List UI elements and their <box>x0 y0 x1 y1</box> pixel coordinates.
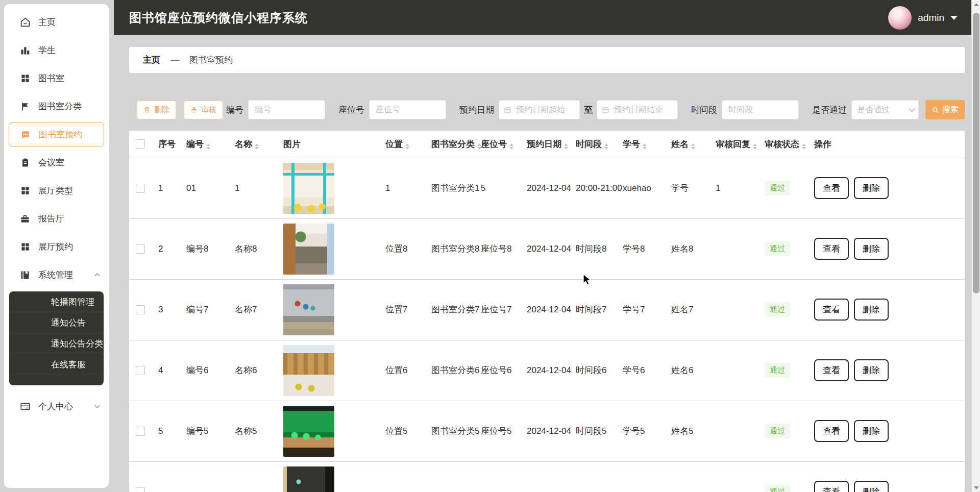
time-filter-input[interactable] <box>722 100 799 119</box>
cell-timeslot <box>571 461 618 492</box>
delete-button[interactable]: 删除 <box>137 101 176 119</box>
sidebar-item-meeting-room[interactable]: 会议室 <box>4 149 109 177</box>
submenu-item-notice[interactable]: 通知公告 <box>9 312 104 333</box>
view-button[interactable]: 查看 <box>814 299 849 321</box>
delete-button[interactable]: 删除 <box>854 420 889 442</box>
sort-icon[interactable] <box>564 143 568 150</box>
delete-button[interactable]: 删除 <box>854 299 889 321</box>
date-end-input[interactable] <box>597 100 678 119</box>
delete-button[interactable]: 删除 <box>854 481 889 492</box>
cell-seat: 座位号7 <box>476 279 522 340</box>
cell-seat <box>476 461 522 492</box>
col-category[interactable]: 图书室分类 <box>426 131 476 158</box>
row-checkbox[interactable] <box>136 305 145 314</box>
submenu-item-online-service[interactable]: 在线客服 <box>9 354 104 375</box>
user-menu[interactable]: admin <box>888 6 965 30</box>
breadcrumb-home[interactable]: 主页 <box>143 54 160 66</box>
cell-name: 名称8 <box>230 218 278 279</box>
cell-photo <box>278 340 380 401</box>
submenu-item-notice-category[interactable]: 通知公告分类 <box>9 333 104 354</box>
col-code[interactable]: 编号 <box>181 131 230 158</box>
scrollbar-thumb[interactable] <box>973 13 979 293</box>
delete-button[interactable]: 删除 <box>854 359 889 381</box>
cell-photo <box>278 279 380 340</box>
date-start-input[interactable] <box>499 100 580 119</box>
row-checkbox[interactable] <box>136 244 145 254</box>
sidebar-item-label: 学生 <box>38 44 56 56</box>
date-start-field <box>499 100 580 119</box>
sidebar-item-library-room-booking[interactable]: 图书室预约 <box>9 122 104 146</box>
sort-icon[interactable] <box>643 143 647 150</box>
sort-icon[interactable] <box>405 143 409 150</box>
scroll-down-arrow-icon[interactable] <box>972 483 980 492</box>
sort-icon[interactable] <box>753 143 757 150</box>
status-badge: 通过 <box>765 424 790 438</box>
row-checkbox[interactable] <box>136 487 145 492</box>
cell-category: 图书室分类1 <box>426 158 476 218</box>
cell-position: 位置7 <box>380 279 426 340</box>
row-checkbox[interactable] <box>136 184 145 193</box>
toolbar: 删除 审核 编号 座位号 预约日期 至 <box>129 100 965 119</box>
cell-date: 2024-12-04 <box>522 158 571 218</box>
col-review_status[interactable]: 审核状态 <box>760 131 809 158</box>
sort-icon[interactable] <box>509 143 513 150</box>
view-button[interactable]: 查看 <box>814 481 849 492</box>
search-button[interactable]: 搜索 <box>925 100 965 119</box>
cell-index: 3 <box>153 279 181 340</box>
row-checkbox[interactable] <box>136 366 145 375</box>
grid-icon <box>19 73 31 84</box>
sidebar-item-home[interactable]: 主页 <box>4 8 109 36</box>
column-label: 序号 <box>158 139 176 149</box>
cell-date <box>522 461 571 492</box>
column-label: 学号 <box>623 139 640 149</box>
sort-icon[interactable] <box>604 143 608 150</box>
col-seat[interactable]: 座位号 <box>476 131 522 158</box>
delete-button[interactable]: 删除 <box>854 177 889 199</box>
sort-icon[interactable] <box>206 143 210 150</box>
review-button[interactable]: 审核 <box>184 101 223 119</box>
code-filter-input[interactable] <box>248 100 325 119</box>
row-checkbox[interactable] <box>136 427 145 436</box>
cell-select <box>129 461 153 492</box>
col-position[interactable]: 位置 <box>380 131 426 158</box>
sidebar-item-lecture-hall[interactable]: 报告厅 <box>4 205 109 233</box>
sort-icon[interactable] <box>802 143 806 150</box>
col-student_no[interactable]: 学号 <box>618 131 666 158</box>
view-button[interactable]: 查看 <box>814 359 849 381</box>
col-name[interactable]: 名称 <box>230 131 278 158</box>
user-avatar-icon[interactable] <box>888 6 912 30</box>
pass-filter-label: 是否通过 <box>812 104 847 116</box>
sidebar-item-personal-center[interactable]: 个人中心 <box>4 392 109 421</box>
scroll-up-arrow-icon[interactable] <box>972 0 980 9</box>
cell-name: 名称6 <box>230 340 278 401</box>
col-review_reply[interactable]: 审核回复 <box>710 131 760 158</box>
sort-icon[interactable] <box>691 143 695 150</box>
col-timeslot[interactable]: 时间段 <box>571 131 618 158</box>
submenu-item-carousel-management[interactable]: 轮播图管理 <box>9 291 104 312</box>
sidebar-item-hall-booking[interactable]: 展厅预约 <box>4 233 109 261</box>
cell-review_reply <box>710 279 760 340</box>
pass-filter-select[interactable]: 是否通过 <box>851 100 919 119</box>
view-button[interactable]: 查看 <box>814 177 849 199</box>
cell-code: 01 <box>181 158 230 218</box>
col-student_name[interactable]: 姓名 <box>666 131 710 158</box>
vertical-scrollbar <box>971 0 980 492</box>
sidebar-item-library-room-category[interactable]: 图书室分类 <box>4 92 109 120</box>
view-button[interactable]: 查看 <box>814 238 849 260</box>
sidebar-item-hall-type[interactable]: 展厅类型 <box>4 177 109 205</box>
sort-icon[interactable] <box>255 143 259 150</box>
select-all-checkbox[interactable] <box>136 139 145 149</box>
cell-seat: 5 <box>476 158 522 218</box>
sidebar-item-students[interactable]: 学生 <box>4 36 109 64</box>
sidebar-item-system-management[interactable]: 系统管理 <box>4 261 109 289</box>
delete-button[interactable]: 删除 <box>854 238 889 260</box>
cell-student_name <box>666 461 710 492</box>
cell-timeslot: 时间段5 <box>571 401 618 461</box>
status-badge: 通过 <box>765 363 790 378</box>
breadcrumb: 主页 — 图书室预约 <box>129 47 965 73</box>
seat-filter-input[interactable] <box>369 100 446 119</box>
sidebar-item-library-room[interactable]: 图书室 <box>4 64 109 92</box>
col-date[interactable]: 预约日期 <box>522 131 571 158</box>
view-button[interactable]: 查看 <box>814 420 849 442</box>
sidebar-item-label: 展厅预约 <box>38 241 73 253</box>
